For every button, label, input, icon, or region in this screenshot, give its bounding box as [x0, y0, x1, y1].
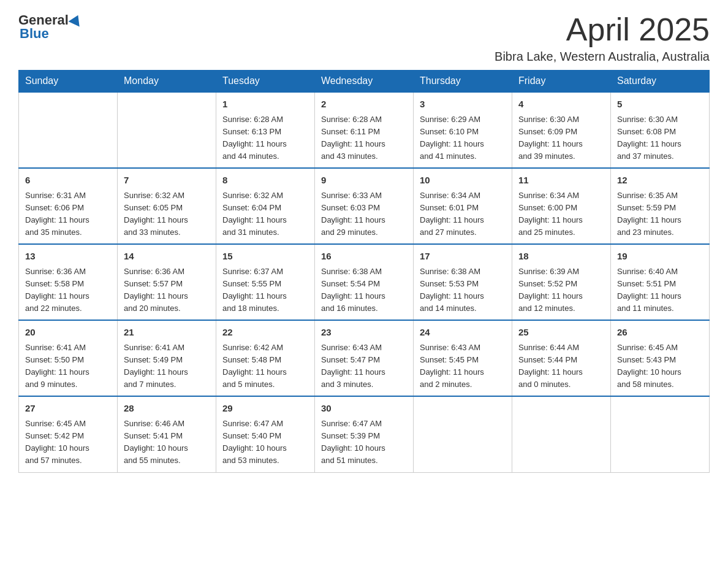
day-number: 22 [222, 326, 308, 340]
day-info: Sunrise: 6:34 AM Sunset: 6:00 PM Dayligh… [518, 190, 604, 239]
calendar-cell: 25Sunrise: 6:44 AM Sunset: 5:44 PM Dayli… [512, 320, 611, 396]
calendar-header-row: SundayMondayTuesdayWednesdayThursdayFrid… [19, 71, 710, 93]
column-header-saturday: Saturday [611, 71, 710, 93]
column-header-tuesday: Tuesday [216, 71, 315, 93]
day-number: 10 [420, 174, 506, 188]
day-info: Sunrise: 6:37 AM Sunset: 5:55 PM Dayligh… [222, 266, 308, 315]
day-number: 1 [222, 98, 308, 112]
column-header-wednesday: Wednesday [315, 71, 414, 93]
logo-triangle-icon [68, 13, 83, 27]
calendar-cell [512, 396, 611, 472]
calendar-cell: 5Sunrise: 6:30 AM Sunset: 6:08 PM Daylig… [611, 92, 710, 168]
day-number: 4 [518, 98, 604, 112]
calendar-cell: 17Sunrise: 6:38 AM Sunset: 5:53 PM Dayli… [414, 244, 512, 320]
week-row-4: 20Sunrise: 6:41 AM Sunset: 5:50 PM Dayli… [19, 320, 710, 396]
day-info: Sunrise: 6:45 AM Sunset: 5:42 PM Dayligh… [25, 418, 111, 467]
day-info: Sunrise: 6:34 AM Sunset: 6:01 PM Dayligh… [420, 190, 506, 239]
day-number: 30 [321, 402, 407, 416]
day-info: Sunrise: 6:47 AM Sunset: 5:40 PM Dayligh… [222, 418, 308, 467]
calendar-cell: 19Sunrise: 6:40 AM Sunset: 5:51 PM Dayli… [611, 244, 710, 320]
day-info: Sunrise: 6:36 AM Sunset: 5:57 PM Dayligh… [124, 266, 210, 315]
day-number: 26 [617, 326, 703, 340]
column-header-friday: Friday [512, 71, 611, 93]
calendar-cell [611, 396, 710, 472]
day-info: Sunrise: 6:28 AM Sunset: 6:11 PM Dayligh… [321, 113, 407, 163]
day-info: Sunrise: 6:44 AM Sunset: 5:44 PM Dayligh… [518, 342, 604, 391]
day-info: Sunrise: 6:32 AM Sunset: 6:04 PM Dayligh… [222, 190, 308, 239]
day-number: 6 [25, 174, 111, 188]
day-number: 12 [617, 174, 703, 188]
calendar-cell: 24Sunrise: 6:43 AM Sunset: 5:45 PM Dayli… [414, 320, 512, 396]
day-number: 16 [321, 250, 407, 264]
day-info: Sunrise: 6:41 AM Sunset: 5:49 PM Dayligh… [124, 342, 210, 391]
calendar-cell: 26Sunrise: 6:45 AM Sunset: 5:43 PM Dayli… [611, 320, 710, 396]
day-info: Sunrise: 6:28 AM Sunset: 6:13 PM Dayligh… [222, 113, 308, 163]
day-number: 19 [617, 250, 703, 264]
calendar-cell: 3Sunrise: 6:29 AM Sunset: 6:10 PM Daylig… [414, 92, 512, 168]
header-right: April 2025 Bibra Lake, Western Australia… [495, 12, 710, 64]
calendar-cell: 21Sunrise: 6:41 AM Sunset: 5:49 PM Dayli… [118, 320, 216, 396]
day-info: Sunrise: 6:39 AM Sunset: 5:52 PM Dayligh… [518, 266, 604, 315]
day-number: 25 [518, 326, 604, 340]
calendar-cell: 1Sunrise: 6:28 AM Sunset: 6:13 PM Daylig… [216, 92, 315, 168]
calendar-cell: 11Sunrise: 6:34 AM Sunset: 6:00 PM Dayli… [512, 168, 611, 244]
day-info: Sunrise: 6:41 AM Sunset: 5:50 PM Dayligh… [25, 342, 111, 391]
day-number: 14 [124, 250, 210, 264]
calendar-cell [118, 92, 216, 168]
day-info: Sunrise: 6:46 AM Sunset: 5:41 PM Dayligh… [124, 418, 210, 467]
day-number: 18 [518, 250, 604, 264]
day-number: 24 [420, 326, 506, 340]
logo-blue-text: Blue [20, 26, 49, 41]
day-info: Sunrise: 6:43 AM Sunset: 5:45 PM Dayligh… [420, 342, 506, 391]
calendar-cell: 6Sunrise: 6:31 AM Sunset: 6:06 PM Daylig… [19, 168, 118, 244]
calendar-cell: 2Sunrise: 6:28 AM Sunset: 6:11 PM Daylig… [315, 92, 414, 168]
day-info: Sunrise: 6:36 AM Sunset: 5:58 PM Dayligh… [25, 266, 111, 315]
week-row-3: 13Sunrise: 6:36 AM Sunset: 5:58 PM Dayli… [19, 244, 710, 320]
day-info: Sunrise: 6:38 AM Sunset: 5:53 PM Dayligh… [420, 266, 506, 315]
day-info: Sunrise: 6:42 AM Sunset: 5:48 PM Dayligh… [222, 342, 308, 391]
calendar-cell: 10Sunrise: 6:34 AM Sunset: 6:01 PM Dayli… [414, 168, 512, 244]
calendar-cell: 18Sunrise: 6:39 AM Sunset: 5:52 PM Dayli… [512, 244, 611, 320]
day-number: 20 [25, 326, 111, 340]
day-number: 27 [25, 402, 111, 416]
day-info: Sunrise: 6:30 AM Sunset: 6:08 PM Dayligh… [617, 113, 703, 163]
day-info: Sunrise: 6:33 AM Sunset: 6:03 PM Dayligh… [321, 190, 407, 239]
calendar-cell: 23Sunrise: 6:43 AM Sunset: 5:47 PM Dayli… [315, 320, 414, 396]
column-header-sunday: Sunday [19, 71, 118, 93]
day-info: Sunrise: 6:29 AM Sunset: 6:10 PM Dayligh… [420, 113, 506, 163]
calendar-cell [19, 92, 118, 168]
day-number: 28 [124, 402, 210, 416]
day-number: 29 [222, 402, 308, 416]
day-number: 23 [321, 326, 407, 340]
day-info: Sunrise: 6:43 AM Sunset: 5:47 PM Dayligh… [321, 342, 407, 391]
calendar-cell: 20Sunrise: 6:41 AM Sunset: 5:50 PM Dayli… [19, 320, 118, 396]
calendar-cell: 8Sunrise: 6:32 AM Sunset: 6:04 PM Daylig… [216, 168, 315, 244]
column-header-monday: Monday [118, 71, 216, 93]
calendar-cell [414, 396, 512, 472]
day-number: 5 [617, 98, 703, 112]
day-number: 11 [518, 174, 604, 188]
day-info: Sunrise: 6:35 AM Sunset: 5:59 PM Dayligh… [617, 190, 703, 239]
calendar-cell: 30Sunrise: 6:47 AM Sunset: 5:39 PM Dayli… [315, 396, 414, 472]
day-info: Sunrise: 6:30 AM Sunset: 6:09 PM Dayligh… [518, 113, 604, 163]
week-row-1: 1Sunrise: 6:28 AM Sunset: 6:13 PM Daylig… [19, 92, 710, 168]
day-number: 21 [124, 326, 210, 340]
day-number: 17 [420, 250, 506, 264]
calendar-cell: 27Sunrise: 6:45 AM Sunset: 5:42 PM Dayli… [19, 396, 118, 472]
calendar-cell: 7Sunrise: 6:32 AM Sunset: 6:05 PM Daylig… [118, 168, 216, 244]
calendar-cell: 4Sunrise: 6:30 AM Sunset: 6:09 PM Daylig… [512, 92, 611, 168]
day-number: 2 [321, 98, 407, 112]
week-row-2: 6Sunrise: 6:31 AM Sunset: 6:06 PM Daylig… [19, 168, 710, 244]
day-number: 15 [222, 250, 308, 264]
day-info: Sunrise: 6:32 AM Sunset: 6:05 PM Dayligh… [124, 190, 210, 239]
day-info: Sunrise: 6:38 AM Sunset: 5:54 PM Dayligh… [321, 266, 407, 315]
calendar-cell: 16Sunrise: 6:38 AM Sunset: 5:54 PM Dayli… [315, 244, 414, 320]
logo: General Blue [18, 12, 82, 42]
calendar-cell: 28Sunrise: 6:46 AM Sunset: 5:41 PM Dayli… [118, 396, 216, 472]
day-info: Sunrise: 6:47 AM Sunset: 5:39 PM Dayligh… [321, 418, 407, 467]
calendar-cell: 12Sunrise: 6:35 AM Sunset: 5:59 PM Dayli… [611, 168, 710, 244]
week-row-5: 27Sunrise: 6:45 AM Sunset: 5:42 PM Dayli… [19, 396, 710, 472]
calendar-cell: 15Sunrise: 6:37 AM Sunset: 5:55 PM Dayli… [216, 244, 315, 320]
day-number: 8 [222, 174, 308, 188]
column-header-thursday: Thursday [414, 71, 512, 93]
